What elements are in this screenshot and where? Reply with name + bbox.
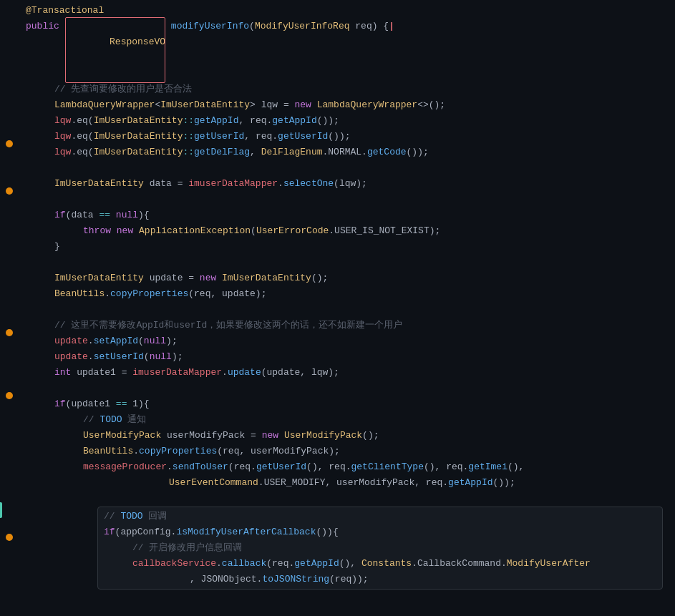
code-line-26: BeanUtils . copyProperties (req, userMod…: [26, 444, 669, 459]
code-line-comment-callback: // 开启修改用户信息回调: [104, 540, 656, 556]
code-line-27: messageProducer . sendToUser (req. getUs…: [26, 459, 669, 475]
code-line-blank-5: [26, 381, 669, 396]
code-line-28: UserEventCommand .USER_MODIFY, userModif…: [26, 475, 669, 491]
return-type-highlight: ResponseVO: [65, 19, 165, 82]
gutter-dot-orange-4: [6, 392, 13, 399]
code-line-19: update . setAppId ( null );: [26, 333, 669, 349]
code-line-json-string: , JSONObject. toJSONString (req));: [104, 572, 656, 587]
code-line-21: int update1 = imuserDataMapper . update …: [26, 365, 669, 381]
code-line-if-callback: if (appConfig. isModifyUserAfterCallback…: [104, 524, 656, 540]
active-line-indicator: [0, 502, 2, 518]
code-line-callback-service: callbackService . callback (req. getAppI…: [104, 556, 656, 572]
param-type: ModifyUserInfoReq: [255, 19, 350, 34]
editor-container: @Transactional public ResponseVO modifyU…: [0, 0, 675, 616]
code-line-5: lqw .eq( ImUserDataEntity :: getAppId , …: [26, 113, 669, 129]
code-line-1: @Transactional: [26, 3, 669, 19]
highlight-box: [65, 17, 165, 83]
gutter-dot-orange-1: [6, 140, 13, 147]
comment-appid-userid: // 这里不需要修改AppId和userId，如果要修改这两个的话，还不如新建一…: [54, 318, 402, 333]
gutter-dot-orange-2: [6, 187, 13, 195]
todo-callback-box: // TODO 回调 if (appConfig. isModifyUserAf…: [97, 507, 663, 590]
code-line-11: if (data == null ){: [26, 207, 669, 223]
code-line-23: if (update1 == 1){: [26, 396, 669, 412]
code-line-25: UserModifyPack userModifyPack = new User…: [26, 428, 669, 444]
code-line-blank-3: [26, 255, 669, 270]
code-line-6: lqw .eq( ImUserDataEntity :: getUserId ,…: [26, 129, 669, 145]
comment-todo-callback: // TODO 回调: [104, 509, 167, 524]
code-line-3: // 先查询要修改的用户是否合法: [26, 82, 669, 97]
code-line-15: ImUserDataEntity update = new ImUserData…: [26, 270, 669, 286]
code-line-9: ImUserDataEntity data = imuserDataMapper…: [26, 176, 669, 192]
kw-public: public: [26, 19, 65, 34]
left-sidebar: [0, 0, 20, 616]
code-line-blank-4: [26, 302, 669, 318]
code-line-blank-6: [26, 491, 669, 507]
annotation-transactional: @Transactional: [26, 3, 104, 19]
method-name: modifyUserInfo: [171, 19, 249, 34]
code-line-16: BeanUtils . copyProperties (req, update)…: [26, 286, 669, 302]
comment-open-callback: // 开启修改用户信息回调: [132, 540, 242, 556]
code-line-blank-1: [26, 160, 669, 176]
gutter-dot-orange-3: [6, 329, 13, 336]
return-type: ResponseVO: [110, 36, 165, 47]
code-line-12: throw new ApplicationException ( UserErr…: [26, 223, 669, 239]
code-line-4: LambdaQueryWrapper < ImUserDataEntity > …: [26, 97, 669, 113]
code-line-blank-2: [26, 192, 669, 207]
comment-query-valid: // 先查询要修改的用户是否合法: [54, 82, 192, 97]
throw-keyword: throw: [83, 223, 117, 239]
code-line-13: }: [26, 239, 669, 255]
code-line-todo-callback: // TODO 回调: [104, 509, 656, 524]
code-area[interactable]: @Transactional public ResponseVO modifyU…: [20, 0, 675, 616]
code-line-20: update . setUserId ( null );: [26, 349, 669, 365]
code-line-7: lqw .eq( ImUserDataEntity :: getDelFlag …: [26, 145, 669, 160]
code-line-2: public ResponseVO modifyUserInfo ( Modif…: [26, 19, 669, 82]
code-line-18: // 这里不需要修改AppId和userId，如果要修改这两个的话，还不如新建一…: [26, 318, 669, 333]
gutter-dot-orange-5: [6, 534, 13, 541]
code-line-24: // TODO 通知: [26, 412, 669, 428]
comment-todo-notify: // TODO 通知: [83, 412, 146, 428]
